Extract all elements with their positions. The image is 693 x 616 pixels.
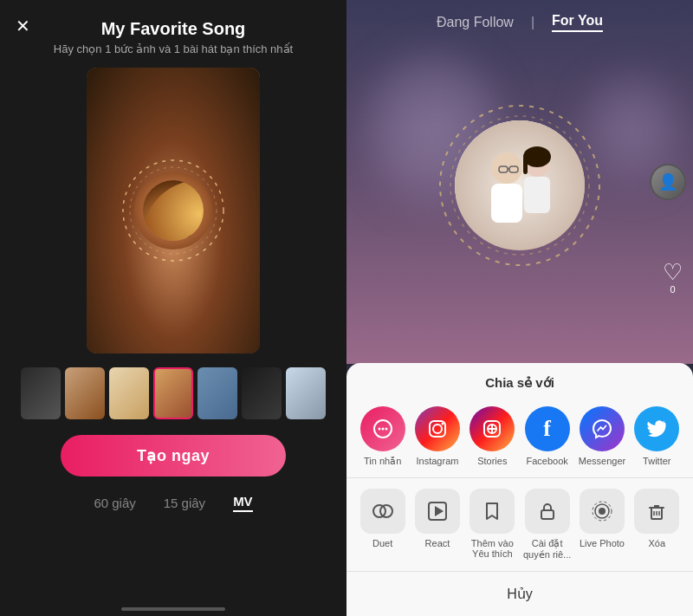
twitter-label: Twitter <box>643 456 670 466</box>
insta-svg <box>426 418 449 440</box>
svg-point-25 <box>381 428 384 431</box>
messenger-icon <box>580 406 625 451</box>
silhouette <box>143 180 204 241</box>
cai-dat-label: Cài đặt quyền riê... <box>523 538 571 561</box>
react-label: React <box>425 538 450 548</box>
thumb-4-selected[interactable] <box>153 367 193 419</box>
stories-svg <box>481 418 503 440</box>
live-svg <box>591 500 613 522</box>
share-divider <box>346 477 693 478</box>
tab-mv[interactable]: MV <box>233 494 253 512</box>
create-button[interactable]: Tạo ngay <box>61 435 286 477</box>
them-vao-label: Thêm vào Yêu thích <box>471 538 514 559</box>
share-item-xoa[interactable]: Xóa <box>631 489 682 561</box>
thumb-1[interactable] <box>21 367 61 419</box>
thumb-6[interactable] <box>242 367 282 419</box>
svg-rect-17 <box>524 177 550 213</box>
bookmark-svg <box>481 500 503 522</box>
feed-avatar: 👤 <box>650 164 686 200</box>
feed-header: Đang Follow | For You <box>346 13 693 32</box>
couple-svg <box>455 120 585 250</box>
share-item-twitter[interactable]: Twitter <box>631 406 682 467</box>
svg-point-39 <box>599 508 606 515</box>
share-item-live-photo[interactable]: Live Photo <box>577 489 627 561</box>
cancel-button[interactable]: Hủy <box>346 575 693 607</box>
twitter-icon <box>634 406 679 451</box>
bottom-indicator <box>121 607 225 611</box>
share-item-tinhan[interactable]: Tin nhắn <box>358 406 408 467</box>
close-button[interactable]: ✕ <box>16 16 30 36</box>
trash-svg <box>645 500 668 522</box>
duet-svg <box>372 500 394 522</box>
share-item-react[interactable]: React <box>412 489 463 561</box>
messenger-svg <box>591 418 613 440</box>
share-item-facebook[interactable]: f Facebook <box>522 406 573 467</box>
live-photo-icon <box>580 489 625 534</box>
share-row-1: Tin nhắn Instagram <box>346 399 693 474</box>
svg-point-26 <box>385 428 387 431</box>
stories-label: Stories <box>477 456 507 466</box>
tab-15s[interactable]: 15 giây <box>164 496 205 510</box>
thumb-2[interactable] <box>65 367 105 419</box>
svg-marker-37 <box>435 506 444 516</box>
tinhan-label: Tin nhắn <box>364 456 401 467</box>
facebook-label: Facebook <box>526 456 567 466</box>
feed-circle-wrap <box>433 99 606 272</box>
react-icon <box>415 489 460 534</box>
heart-count: 0 <box>670 285 675 295</box>
share-item-cai-dat[interactable]: Cài đặt quyền riê... <box>522 489 573 561</box>
share-item-stories[interactable]: Stories <box>467 406 517 467</box>
scene-svg <box>143 180 204 241</box>
chat-icon <box>372 418 394 440</box>
heart-button[interactable]: ♡ 0 <box>663 261 683 295</box>
live-photo-label: Live Photo <box>580 538 625 548</box>
share-sheet: Chia sẻ với Tin nhắn <box>346 363 693 616</box>
feed-area: Đang Follow | For You <box>346 0 693 364</box>
duration-tabs: 60 giây 15 giây MV <box>94 494 252 512</box>
instagram-icon <box>415 406 460 451</box>
feed-tab-divider: | <box>531 15 534 30</box>
them-vao-icon <box>470 489 515 534</box>
thumb-5[interactable] <box>198 367 237 419</box>
thumb-3[interactable] <box>109 367 149 419</box>
instagram-label: Instagram <box>417 456 459 466</box>
svg-point-29 <box>441 423 444 425</box>
share-row-2: Duet React Thêm vào Yêu thích <box>346 482 693 567</box>
share-divider-2 <box>346 571 693 572</box>
svg-rect-38 <box>541 510 554 519</box>
thumb-7[interactable] <box>286 367 326 419</box>
thumbnail-strip <box>0 367 346 419</box>
cai-dat-icon <box>525 489 570 534</box>
duet-label: Duet <box>372 538 392 548</box>
tab-for-you[interactable]: For You <box>552 13 603 32</box>
right-panel: Đang Follow | For You <box>346 0 693 616</box>
page-title: My Favorite Song <box>101 19 246 39</box>
svg-point-24 <box>378 428 380 431</box>
heart-icon: ♡ <box>663 261 683 283</box>
xoa-icon <box>634 489 679 534</box>
preview-card <box>87 68 260 353</box>
couple-photo <box>455 120 585 250</box>
share-item-messenger[interactable]: Messenger <box>577 406 627 467</box>
svg-rect-19 <box>523 157 528 174</box>
share-item-instagram[interactable]: Instagram <box>412 406 463 467</box>
share-sheet-title: Chia sẻ với <box>346 363 693 399</box>
stories-icon <box>470 406 515 451</box>
tab-60s[interactable]: 60 giây <box>94 496 135 510</box>
facebook-icon: f <box>525 406 570 451</box>
duet-icon <box>360 489 405 534</box>
twitter-svg <box>645 418 668 440</box>
feed-circle-inner <box>455 120 585 250</box>
share-item-duet[interactable]: Duet <box>358 489 408 561</box>
left-panel: ✕ My Favorite Song Hãy chọn 1 bức ảnh và… <box>0 0 346 616</box>
circle-inner <box>134 172 212 250</box>
avatar-inner: 👤 <box>651 165 684 198</box>
svg-rect-15 <box>491 184 522 223</box>
svg-point-28 <box>433 425 442 433</box>
tinhan-icon <box>360 406 405 451</box>
xoa-label: Xóa <box>649 538 666 548</box>
circle-ring <box>117 154 230 267</box>
share-item-them-vao[interactable]: Thêm vào Yêu thích <box>467 489 517 561</box>
tab-dang-follow[interactable]: Đang Follow <box>437 15 514 30</box>
messenger-label: Messenger <box>579 456 625 466</box>
